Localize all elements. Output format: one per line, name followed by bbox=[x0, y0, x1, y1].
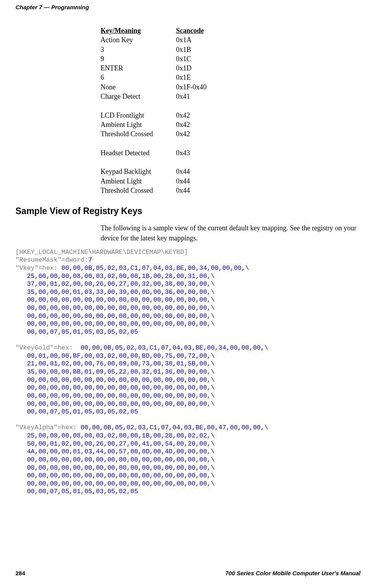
table-row: ENTER0x1D bbox=[101, 63, 361, 73]
registry-path: [HKEY_LOCAL_MACHINE\HARDWARE\DEVICEMAP\K… bbox=[15, 249, 188, 256]
table-row: Ambient Light0x44 bbox=[101, 177, 361, 186]
table-row: Headset Detected0x43 bbox=[101, 148, 361, 158]
page-header: Chapter 7 — Programming bbox=[15, 4, 361, 10]
section-paragraph: The following is a sample view of the cu… bbox=[101, 223, 361, 243]
table-row: Action Key0x1A bbox=[101, 35, 361, 45]
table-row: Ambient Light0x42 bbox=[101, 120, 361, 129]
page-footer: 284 700 Series Color Mobile Computer Use… bbox=[15, 570, 361, 576]
registry-code: [HKEY_LOCAL_MACHINE\HARDWARE\DEVICEMAP\K… bbox=[15, 249, 361, 496]
col-header-scan: Scancode bbox=[176, 26, 204, 35]
col-header-key: Key/Meaning bbox=[101, 26, 176, 35]
table-row: 60x1E bbox=[101, 73, 361, 82]
table-row: None0x1F-0x40 bbox=[101, 82, 361, 92]
table-row: Threshold Crossed0x42 bbox=[101, 129, 361, 139]
chapter-title: Programming bbox=[51, 4, 89, 10]
header-separator: — bbox=[44, 4, 50, 10]
manual-title: 700 Series Color Mobile Computer User's … bbox=[226, 570, 361, 576]
table-row: 90x1C bbox=[101, 54, 361, 63]
table-header-row: Key/Meaning Scancode bbox=[101, 26, 361, 35]
table-row: Keypad Backlight0x44 bbox=[101, 167, 361, 176]
table-row: Charge Detect0x41 bbox=[101, 92, 361, 101]
chapter-label: Chapter 7 bbox=[15, 4, 42, 10]
scancode-table: Key/Meaning Scancode Action Key0x1A 30x1… bbox=[101, 26, 361, 195]
page-number: 284 bbox=[15, 570, 25, 576]
table-row: 30x1B bbox=[101, 45, 361, 54]
table-row: LCD Frontlight0x42 bbox=[101, 111, 361, 120]
section-heading: Sample View of Registry Keys bbox=[15, 206, 361, 216]
table-row: Threshold Crossed0x44 bbox=[101, 186, 361, 195]
